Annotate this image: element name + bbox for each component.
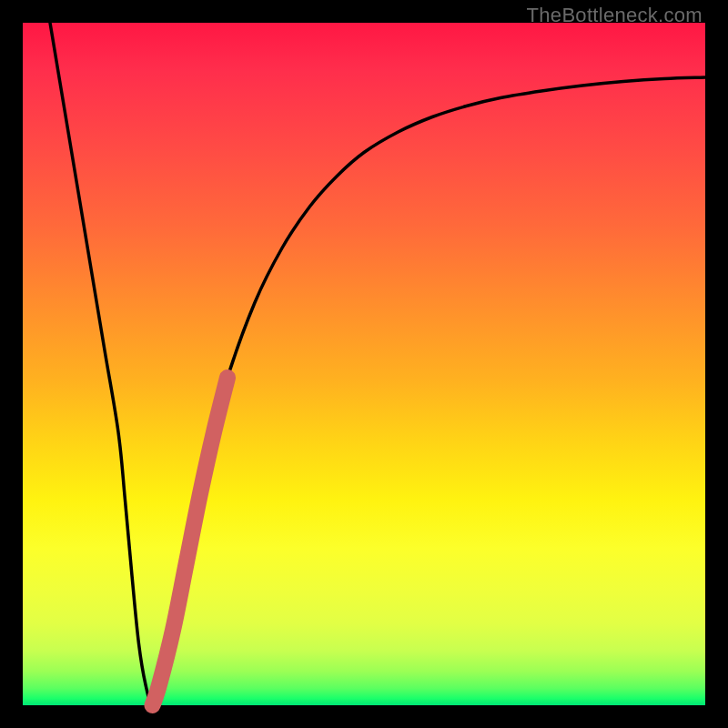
highlight-segment — [153, 378, 228, 705]
outer-frame: TheBottleneck.com — [0, 0, 728, 728]
bottleneck-curve — [50, 23, 705, 705]
chart-area — [23, 23, 705, 705]
curve-svg — [23, 23, 705, 705]
